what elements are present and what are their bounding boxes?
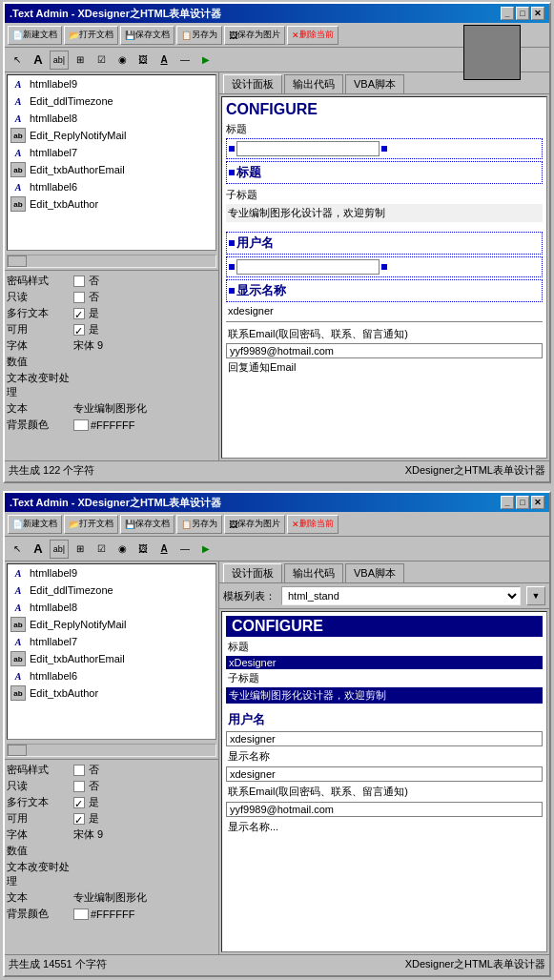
- ab-icon[interactable]: ab|: [50, 51, 69, 70]
- list-item-6[interactable]: A htmllabel6: [8, 178, 215, 195]
- list-item-4[interactable]: A htmllabel7: [8, 144, 215, 161]
- delete-btn[interactable]: ✕ 删除当前: [287, 26, 339, 45]
- list-item-2[interactable]: A htmllabel8: [8, 110, 215, 127]
- maximize-btn-1[interactable]: □: [516, 7, 529, 20]
- prop-cb-3[interactable]: ✓ 是: [73, 322, 99, 337]
- open-doc-btn-2[interactable]: 📂 打开文档: [64, 515, 118, 534]
- hscroll-1[interactable]: [7, 255, 216, 268]
- new-doc-btn[interactable]: 📄 新建文档: [8, 26, 62, 45]
- checkbox2-3[interactable]: ✓: [73, 813, 85, 825]
- prop2-cb-1[interactable]: 否: [73, 779, 99, 793]
- email-value-1[interactable]: yyf9989@hotmail.com: [226, 343, 543, 358]
- tab-design-2[interactable]: 设计面板: [223, 563, 282, 582]
- design-area-2[interactable]: CONFIGURE 标题 xDesigner 子标题 专业编制图形化设计器，欢迎…: [221, 611, 547, 952]
- save-image-btn[interactable]: 🖼 保存为图片: [224, 26, 285, 45]
- scroll-thumb-2[interactable]: [8, 745, 27, 756]
- list-item-3[interactable]: ab Edit_ReplyNotifyMail: [8, 127, 215, 144]
- checkbox2-1[interactable]: [73, 781, 85, 792]
- list-item2-2[interactable]: A htmllabel8: [8, 599, 215, 616]
- saveas-btn[interactable]: 📋 另存为: [176, 26, 222, 45]
- minimize-btn-2[interactable]: _: [501, 496, 514, 509]
- image2-icon-2[interactable]: 🖼: [133, 540, 153, 559]
- checkbox-0[interactable]: [73, 276, 85, 287]
- prop-cb-2[interactable]: ✓ 是: [73, 306, 99, 320]
- grid-icon-2[interactable]: ⊞: [71, 540, 90, 559]
- color-swatch-8[interactable]: [73, 419, 89, 431]
- list-item2-6[interactable]: A htmllabel6: [8, 667, 215, 684]
- dash-icon[interactable]: —: [175, 51, 195, 70]
- element-list-2[interactable]: A htmllabel9 A Edit_ddlTimezone A htmlla…: [7, 563, 216, 740]
- title-input-1[interactable]: Designer: [236, 141, 380, 156]
- prop-label-7: 文本: [7, 401, 73, 416]
- underline-icon-2[interactable]: A: [154, 540, 174, 559]
- save-doc-btn[interactable]: 💾 保存文档: [120, 26, 174, 45]
- save-doc-btn-2[interactable]: 💾 保存文档: [120, 515, 174, 534]
- saveas-btn-2[interactable]: 📋 另存为: [176, 515, 222, 534]
- email-value-2[interactable]: yyf9989@hotmail.com: [226, 802, 543, 817]
- list-item2-3[interactable]: ab Edit_ReplyNotifyMail: [8, 616, 215, 633]
- list-item2-1[interactable]: A Edit_ddlTimezone: [8, 582, 215, 599]
- username-value-2[interactable]: xdesigner: [226, 731, 543, 746]
- prop-cb-1[interactable]: 否: [73, 290, 99, 304]
- checkbox2-0[interactable]: [73, 765, 85, 776]
- list-item2-7[interactable]: ab Edit_txbAuthor: [8, 684, 215, 702]
- radio-icon[interactable]: ◉: [113, 51, 132, 70]
- maximize-btn-2[interactable]: □: [516, 496, 529, 509]
- list-item-5[interactable]: ab Edit_txbAuthorEmail: [8, 161, 215, 178]
- title-selected-2[interactable]: xDesigner: [226, 656, 543, 669]
- cursor-icon-2[interactable]: ↖: [8, 540, 27, 559]
- template-dropdown-btn[interactable]: ▼: [526, 586, 545, 605]
- save-image-btn-2[interactable]: 🖼 保存为图片: [224, 515, 285, 534]
- tab-output-1[interactable]: 输出代码: [284, 74, 343, 93]
- list-item-1[interactable]: A Edit_ddlTimezone: [8, 92, 215, 110]
- text-icon[interactable]: A: [29, 51, 48, 70]
- cursor-icon[interactable]: ↖: [8, 51, 27, 70]
- tab-output-2[interactable]: 输出代码: [284, 563, 343, 582]
- checkbox-2[interactable]: ✓: [73, 308, 85, 319]
- scroll-thumb[interactable]: [8, 255, 27, 267]
- displayname-value-2[interactable]: xdesigner: [226, 766, 543, 782]
- list-item2-5[interactable]: ab Edit_txbAuthorEmail: [8, 650, 215, 667]
- close-btn-1[interactable]: ✕: [531, 7, 544, 20]
- new-doc-btn-2[interactable]: 📄 新建文档: [8, 515, 62, 534]
- checkbox-icon-2[interactable]: ☑: [92, 540, 111, 559]
- prop2-cb-0[interactable]: 否: [73, 763, 99, 777]
- tab-vba-1[interactable]: VBA脚本: [345, 74, 404, 93]
- checkbox-icon[interactable]: ☑: [92, 51, 111, 70]
- dash-icon-2[interactable]: —: [175, 540, 195, 559]
- title-bar-1: .Text Admin - XDesigner之HTML表单设计器 _ □ ✕: [5, 4, 549, 23]
- close-btn-2[interactable]: ✕: [531, 496, 544, 509]
- list-item2-0[interactable]: A htmllabel9: [8, 564, 215, 582]
- design-area-1[interactable]: CONFIGURE 标题 Designer 标题 子标题 专业编制图形化设计器，…: [221, 96, 547, 459]
- play-icon-2[interactable]: ▶: [196, 540, 215, 559]
- username-label: 用户名: [236, 235, 274, 252]
- prop-cb-0[interactable]: 否: [73, 274, 99, 288]
- open-doc-btn[interactable]: 📂 打开文档: [64, 26, 118, 45]
- list-item-7[interactable]: ab Edit_txbAuthor: [8, 195, 215, 213]
- prop2-cb-3[interactable]: ✓ 是: [73, 811, 99, 826]
- template-select[interactable]: html_stand: [281, 586, 521, 605]
- checkbox-1[interactable]: [73, 292, 85, 303]
- grid-icon[interactable]: ⊞: [71, 51, 90, 70]
- checkbox2-2[interactable]: ✓: [73, 797, 85, 808]
- tab-design-1[interactable]: 设计面板: [223, 74, 282, 93]
- list-item2-4[interactable]: A htmllabel7: [8, 633, 215, 650]
- radio-icon-2[interactable]: ◉: [113, 540, 132, 559]
- play-icon[interactable]: ▶: [196, 51, 215, 70]
- tab-vba-2[interactable]: VBA脚本: [345, 563, 404, 582]
- underline-icon[interactable]: A: [154, 51, 174, 70]
- list-item-0[interactable]: A htmllabel9: [8, 75, 215, 92]
- delete-btn-2[interactable]: ✕ 删除当前: [287, 515, 339, 534]
- checkbox-3[interactable]: ✓: [73, 324, 85, 336]
- minimize-btn-1[interactable]: _: [501, 7, 514, 20]
- text-icon-2[interactable]: A: [29, 540, 48, 559]
- prop2-cb-2[interactable]: ✓ 是: [73, 795, 99, 809]
- subtitle-selected-2[interactable]: 专业编制图形化设计器，欢迎剪制: [226, 687, 543, 704]
- hscroll-2[interactable]: [7, 744, 216, 757]
- username-input-1[interactable]: designer: [236, 259, 380, 275]
- image2-icon[interactable]: 🖼: [133, 51, 153, 70]
- element-list-1[interactable]: A htmllabel9 A Edit_ddlTimezone A htmlla…: [7, 74, 216, 251]
- ab-icon-2[interactable]: ab|: [50, 540, 69, 559]
- prop2-label-8: 背景颜色: [7, 907, 73, 921]
- color-swatch2-8[interactable]: [73, 909, 89, 920]
